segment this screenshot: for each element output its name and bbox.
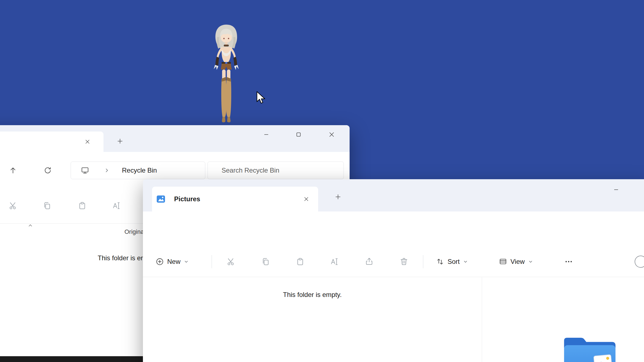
breadcrumb-recycle-bin[interactable]: Recycle Bin <box>122 162 157 179</box>
tab-close-button[interactable] <box>81 136 94 148</box>
paste-button[interactable] <box>292 254 308 269</box>
command-bar: New <box>143 246 644 277</box>
plus-icon <box>334 193 342 200</box>
cut-button[interactable] <box>223 254 238 269</box>
tab-close-button[interactable] <box>300 193 312 205</box>
pictures-folder-preview-icon <box>560 332 619 362</box>
sort-button-label: Sort <box>448 258 460 266</box>
copy-icon <box>261 257 270 266</box>
refresh-icon <box>44 166 52 175</box>
pictures-folder-tab-icon <box>156 194 166 204</box>
sort-arrows-icon <box>436 258 444 266</box>
close-icon <box>328 131 336 138</box>
new-button-label: New <box>167 258 180 266</box>
view-button-label: View <box>510 258 525 266</box>
monitor-icon <box>81 166 89 175</box>
copy-icon <box>43 201 52 210</box>
new-plus-circle-icon <box>156 258 164 266</box>
recycle-tab-strip <box>0 125 350 152</box>
delete-trash-icon <box>400 257 408 266</box>
rename-icon <box>330 257 339 266</box>
minimize-button[interactable] <box>606 183 626 197</box>
cut-button[interactable] <box>5 198 20 213</box>
address-bar[interactable]: Recycle Bin <box>71 162 205 179</box>
share-button[interactable] <box>361 254 377 269</box>
new-tab-button[interactable] <box>332 191 344 203</box>
search-input[interactable] <box>208 162 344 179</box>
up-arrow-icon <box>9 166 17 175</box>
recycle-bin-tab[interactable] <box>0 132 103 152</box>
tab-title: Pictures <box>174 187 200 211</box>
mouse-cursor <box>256 91 267 105</box>
pictures-window: Pictures <box>143 179 644 362</box>
new-button[interactable]: New <box>151 253 193 270</box>
pictures-tab[interactable]: Pictures <box>152 187 318 211</box>
up-button[interactable] <box>6 164 20 177</box>
view-button[interactable]: View <box>496 253 536 270</box>
pictures-empty-state-text: This folder is empty. <box>143 291 482 299</box>
chevron-down-icon <box>184 259 189 264</box>
minimize-icon <box>262 131 270 138</box>
paste-button[interactable] <box>74 198 90 213</box>
preview-pane-divider <box>482 277 482 362</box>
toolbar-divider <box>423 255 423 268</box>
close-icon <box>84 138 91 145</box>
refresh-button[interactable] <box>41 164 54 177</box>
more-options-button[interactable] <box>561 254 576 269</box>
rename-icon <box>112 201 121 210</box>
new-tab-button[interactable] <box>114 135 126 147</box>
paste-icon <box>296 257 305 266</box>
search-box[interactable] <box>207 162 344 179</box>
chevron-down-icon <box>463 259 468 264</box>
view-layout-icon <box>499 258 507 266</box>
minimize-icon <box>612 186 620 194</box>
delete-button[interactable] <box>396 254 412 269</box>
close-icon <box>303 196 310 202</box>
taskbar-sliver <box>0 356 145 362</box>
paste-icon <box>78 201 87 210</box>
plus-icon <box>116 138 124 145</box>
maximize-icon <box>295 131 302 138</box>
desktop-mascot-character[interactable] <box>203 22 249 124</box>
maximize-button[interactable] <box>289 128 308 141</box>
chevron-right-icon <box>104 168 110 173</box>
rename-button[interactable] <box>327 254 342 269</box>
toolbar-divider <box>212 255 212 268</box>
details-ring-button[interactable] <box>635 256 644 268</box>
pictures-tab-strip: Pictures <box>143 179 644 211</box>
copy-button[interactable] <box>258 254 273 269</box>
share-icon <box>365 257 374 266</box>
sort-button[interactable]: Sort <box>432 253 472 270</box>
sort-ascending-caret-icon <box>28 223 33 227</box>
ellipsis-icon <box>564 257 573 266</box>
minimize-button[interactable] <box>257 128 275 141</box>
copy-button[interactable] <box>39 198 55 213</box>
rename-button[interactable] <box>109 198 124 213</box>
cut-icon <box>8 201 17 210</box>
close-window-button[interactable] <box>323 128 341 141</box>
chevron-down-icon <box>528 259 533 264</box>
cut-icon <box>226 257 235 266</box>
